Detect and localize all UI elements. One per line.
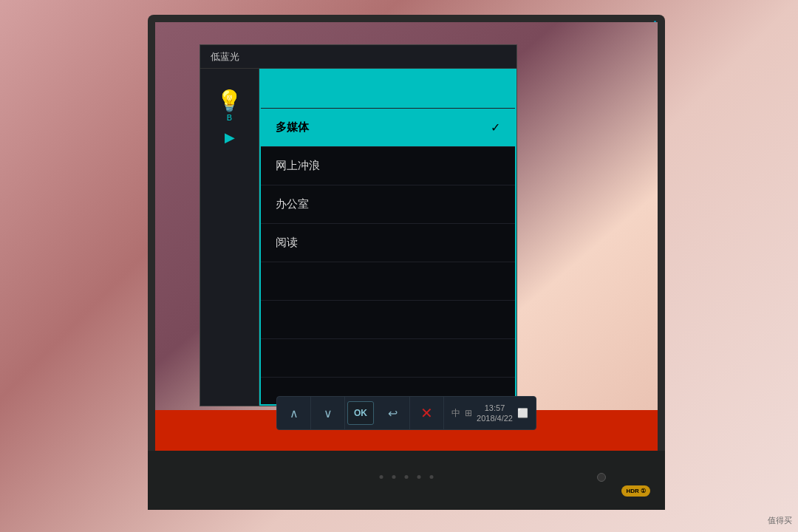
dot-2 [392,475,396,479]
date-text: 2018/4/22 [477,413,513,423]
bulb-b-label: B [227,113,232,122]
dropdown-item-web[interactable]: 网上冲浪 [261,147,515,185]
watermark: 值得买 [768,515,792,526]
dropdown-item-text-reading: 阅读 [276,236,298,250]
down-arrow-icon: ∨ [324,406,332,420]
monitor-screen: 低蓝光 💡 B ▶ 多媒 [155,22,658,451]
nav-close-button[interactable]: ✕ [410,397,444,429]
monitor-bottom-bezel: HDR ① [148,451,665,510]
nav-up-button[interactable]: ∧ [277,397,311,429]
indicator-lights [380,475,434,479]
osd-content: 💡 B ▶ 多媒体 ✓ 网上 [200,69,516,406]
watermark-text: 值得买 [768,516,792,525]
dot-5 [430,475,434,479]
osd-dropdown: 多媒体 ✓ 网上冲浪 办公室 阅读 [259,69,516,406]
input-source-icon: ⊞ [465,408,472,418]
monitor-icon: ⬜ [517,408,528,418]
dropdown-item-reading[interactable]: 阅读 [261,224,515,262]
nav-back-button[interactable]: ↩ [376,397,410,429]
osd-menu: 低蓝光 💡 B ▶ 多媒 [200,44,517,406]
dropdown-item-text-web: 网上冲浪 [276,159,320,173]
close-x-icon: ✕ [420,404,433,422]
osd-left-panel: 💡 B ▶ [200,69,259,406]
dot-4 [417,475,421,479]
osd-title-text: 低蓝光 [211,50,239,64]
dot-3 [405,475,409,479]
arrow-right-icon: ▶ [225,129,235,146]
dropdown-item-multimedia[interactable]: 多媒体 ✓ [261,109,515,147]
dropdown-item-empty-5 [261,262,515,301]
osd-title-bar: 低蓝光 [200,45,516,69]
monitor-body: 低蓝光 💡 B ▶ 多媒 [148,15,665,510]
dropdown-item-0[interactable] [261,70,515,109]
hdr-label: HDR ① [626,488,646,494]
nav-ok-button[interactable]: OK [347,401,374,425]
dot-1 [380,475,383,479]
dropdown-item-empty-6 [261,301,515,339]
status-icons: 中 ⊞ 13:57 2018/4/22 ⬜ [444,403,536,424]
nav-down-button[interactable]: ∨ [311,397,345,429]
hdr-badge: HDR ① [621,485,650,497]
up-arrow-icon: ∧ [290,406,299,420]
bulb-icon: 💡 [216,91,242,112]
time-display: 13:57 2018/4/22 [477,403,513,424]
dropdown-item-empty-7 [261,339,515,378]
back-icon: ↩ [388,406,398,420]
checkmark-icon: ✓ [491,120,500,134]
ok-label: OK [354,408,367,418]
dropdown-item-office[interactable]: 办公室 [261,185,515,224]
dropdown-item-text-office: 办公室 [276,197,309,211]
time-text: 13:57 [477,403,513,413]
bottom-nav-bar: ∧ ∨ OK ↩ ✕ 中 ⊞ 13:57 2018/4/22 ⬜ [276,396,536,430]
input-label: 中 [451,407,460,420]
power-button[interactable] [597,473,606,482]
dropdown-item-text-multimedia: 多媒体 [276,120,309,134]
